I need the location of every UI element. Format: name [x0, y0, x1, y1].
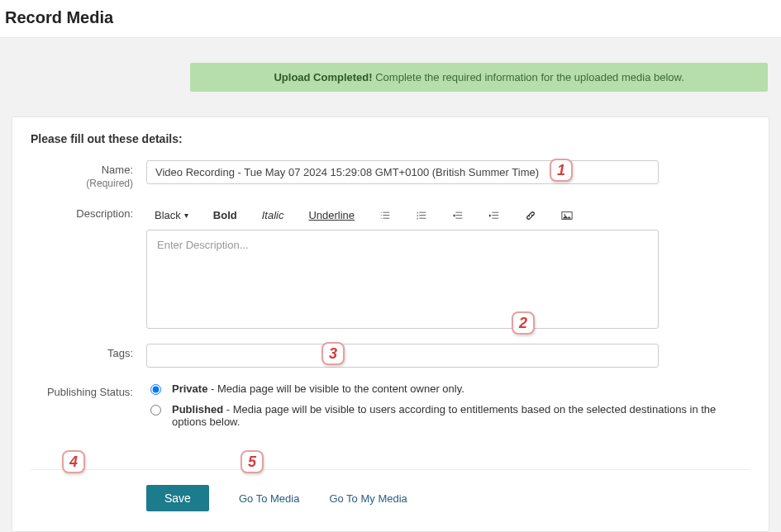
label-name: Name: (Required) [31, 160, 146, 189]
label-name-text: Name: [102, 164, 133, 176]
field-description: Black ▾ Bold Italic Underline [146, 204, 750, 329]
rte-color-label: Black [155, 209, 181, 221]
svg-point-1 [564, 214, 566, 216]
radio-private[interactable] [150, 384, 161, 395]
details-panel: Please fill out these details: Name: (Re… [12, 116, 769, 532]
panel-title: Please fill out these details: [31, 132, 750, 145]
rte-color-picker[interactable]: Black ▾ [155, 209, 188, 221]
rte-outdent-icon[interactable] [452, 210, 464, 221]
row-description: Description: Black ▾ Bold Italic Underli… [31, 204, 750, 329]
label-publishing: Publishing Status: [31, 382, 146, 398]
rte-link-icon[interactable] [525, 210, 536, 221]
rte-italic-button[interactable]: Italic [262, 209, 284, 221]
field-name [146, 160, 750, 184]
rte-bold-button[interactable]: Bold [213, 209, 237, 221]
field-tags [146, 344, 750, 368]
rte-underline-button[interactable]: Underline [308, 209, 355, 221]
page-header: Record Media [0, 0, 781, 38]
rte-unordered-list-icon[interactable] [379, 210, 391, 221]
save-button[interactable]: Save [146, 485, 209, 511]
radio-published-label: Published - Media page will be visible t… [172, 403, 750, 428]
tags-input[interactable] [146, 344, 659, 368]
publishing-option-private: Private - Media page will be visible to … [146, 382, 750, 395]
radio-private-label: Private - Media page will be visible to … [172, 382, 464, 395]
publishing-option-published: Published - Media page will be visible t… [146, 403, 750, 428]
chevron-down-icon: ▾ [184, 211, 188, 220]
rte-toolbar: Black ▾ Bold Italic Underline [146, 204, 659, 230]
radio-private-name: Private [172, 382, 207, 395]
rte-indent-icon[interactable] [488, 210, 500, 221]
rte-ordered-list-icon[interactable] [416, 210, 427, 221]
banner-strong: Upload Completed! [274, 71, 372, 83]
field-publishing: Private - Media page will be visible to … [146, 382, 750, 436]
label-name-sub: (Required) [31, 178, 133, 189]
banner-text: Complete the required information for th… [373, 71, 684, 83]
name-input[interactable] [146, 160, 659, 184]
description-placeholder: Enter Description... [157, 239, 249, 251]
go-to-media-link[interactable]: Go To Media [239, 492, 299, 505]
label-tags: Tags: [31, 344, 146, 359]
radio-published-desc: - Media page will be visible to users ac… [172, 403, 716, 428]
label-description: Description: [31, 204, 146, 220]
annotation-4: 4 [62, 450, 85, 473]
radio-private-desc: - Media page will be visible to the cont… [207, 382, 464, 395]
rte-image-icon[interactable] [561, 210, 573, 221]
upload-complete-banner: Upload Completed! Complete the required … [190, 63, 768, 92]
row-name: Name: (Required) 1 [31, 160, 750, 189]
row-tags: Tags: 3 [31, 344, 750, 368]
panel-footer: Save Go To Media Go To My Media 4 5 [31, 469, 750, 511]
row-publishing: Publishing Status: Private - Media page … [31, 382, 750, 436]
description-editor[interactable]: Enter Description... [146, 230, 659, 329]
radio-published-name: Published [172, 403, 223, 416]
page-title: Record Media [5, 8, 776, 27]
annotation-5: 5 [240, 450, 264, 473]
go-to-my-media-link[interactable]: Go To My Media [329, 492, 407, 505]
page-body: Upload Completed! Complete the required … [0, 38, 781, 532]
radio-published[interactable] [150, 405, 161, 416]
